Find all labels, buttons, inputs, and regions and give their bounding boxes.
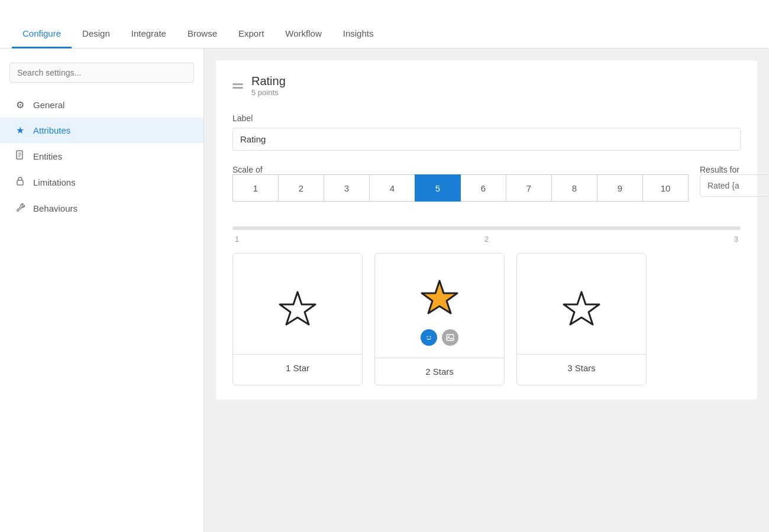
star-card-2-label: 2 Stars	[375, 358, 504, 385]
svg-marker-12	[564, 292, 599, 325]
star-card-3-label: 3 Stars	[517, 354, 646, 381]
star-cards: 1 Star	[232, 253, 741, 385]
star-card-2: 2 Stars	[374, 253, 505, 385]
star-outline-1	[276, 288, 319, 331]
star-icon-sidebar: ★	[14, 125, 26, 136]
scale-btn-6[interactable]: 6	[460, 174, 506, 202]
svg-rect-4	[17, 180, 23, 185]
scale-left: Scale of 1 2 3 4 5 6 7 8 9 10	[232, 165, 688, 216]
rating-subtitle: 5 points	[251, 88, 286, 97]
sidebar-item-attributes[interactable]: ★ Attributes	[0, 118, 203, 143]
results-for-label: Results for	[700, 165, 769, 174]
wrench-icon	[14, 202, 26, 214]
svg-rect-10	[447, 335, 454, 340]
label-input[interactable]	[232, 128, 741, 151]
slider-label-3: 3	[734, 235, 738, 244]
slider-labels: 1 2 3	[232, 235, 741, 244]
star-card-2-icon-area	[375, 254, 504, 358]
slider-section: 1 2 3	[232, 216, 741, 244]
image-icon[interactable]	[442, 329, 458, 346]
top-nav: Configure Design Integrate Browse Export…	[0, 0, 769, 48]
star-outline-3	[560, 288, 603, 331]
scale-btn-10[interactable]: 10	[642, 174, 689, 202]
rating-info: Rating 5 points	[251, 74, 286, 97]
search-input[interactable]	[9, 63, 194, 83]
drag-handle[interactable]	[232, 83, 243, 89]
nav-browse[interactable]: Browse	[177, 20, 228, 48]
sidebar-item-behaviours[interactable]: Behaviours	[0, 195, 203, 221]
scale-section: Scale of 1 2 3 4 5 6 7 8 9 10	[232, 165, 741, 216]
sidebar-label-entities: Entities	[33, 151, 62, 161]
scale-btn-7[interactable]: 7	[506, 174, 552, 202]
results-input[interactable]: Rated {a	[700, 174, 769, 197]
nav-export[interactable]: Export	[228, 20, 274, 48]
drag-line-2	[232, 87, 243, 89]
sidebar-label-limitations: Limitations	[33, 177, 76, 187]
scale-label: Scale of	[232, 165, 688, 174]
sidebar-label-general: General	[33, 100, 64, 110]
svg-marker-6	[422, 281, 457, 313]
star-card-3: 3 Stars	[516, 253, 647, 385]
scale-btn-4[interactable]: 4	[369, 174, 415, 202]
sidebar-label-behaviours: Behaviours	[33, 203, 77, 213]
nav-insights[interactable]: Insights	[332, 20, 384, 48]
label-field-label: Label	[232, 113, 741, 123]
rating-header: Rating 5 points	[232, 74, 741, 97]
settings-panel: Rating 5 points Label Scale of 1 2 3 4 5	[216, 60, 757, 400]
main-layout: ⚙ General ★ Attributes Entities	[0, 48, 769, 532]
nav-workflow[interactable]: Workflow	[274, 20, 332, 48]
rating-title: Rating	[251, 74, 286, 88]
search-box	[9, 63, 194, 83]
nav-integrate[interactable]: Integrate	[121, 20, 177, 48]
scale-btn-3[interactable]: 3	[324, 174, 370, 202]
svg-marker-5	[280, 292, 315, 325]
star-card-3-icon-area	[517, 254, 646, 354]
scale-btn-9[interactable]: 9	[597, 174, 643, 202]
scale-btn-2[interactable]: 2	[278, 174, 324, 202]
scale-btn-5[interactable]: 5	[415, 174, 461, 202]
content-area: Rating 5 points Label Scale of 1 2 3 4 5	[204, 48, 769, 532]
svg-point-8	[427, 336, 428, 338]
nav-design[interactable]: Design	[72, 20, 121, 48]
slider-label-2: 2	[484, 235, 489, 244]
emoji-icon[interactable]	[421, 329, 437, 346]
star-card-1-label: 1 Star	[233, 354, 362, 381]
scale-btn-8[interactable]: 8	[551, 174, 597, 202]
star-card-2-actions	[421, 329, 458, 346]
lock-icon	[14, 176, 26, 188]
sidebar-item-entities[interactable]: Entities	[0, 143, 203, 169]
scale-buttons: 1 2 3 4 5 6 7 8 9 10	[232, 174, 688, 202]
scale-btn-1[interactable]: 1	[232, 174, 279, 202]
nav-configure[interactable]: Configure	[12, 20, 72, 48]
star-card-1: 1 Star	[232, 253, 363, 385]
sidebar-item-general[interactable]: ⚙ General	[0, 92, 203, 118]
gear-icon: ⚙	[14, 99, 26, 111]
svg-point-7	[425, 333, 433, 342]
sidebar-item-limitations[interactable]: Limitations	[0, 169, 203, 195]
drag-line-1	[232, 83, 243, 85]
sidebar: ⚙ General ★ Attributes Entities	[0, 48, 204, 532]
document-icon	[14, 150, 26, 162]
slider-label-1: 1	[235, 235, 239, 244]
star-card-1-icon-area	[233, 254, 362, 354]
slider-track[interactable]	[232, 226, 741, 230]
scale-right: Results for Rated {a	[700, 165, 769, 197]
sidebar-label-attributes: Attributes	[33, 125, 70, 135]
star-filled-2	[418, 277, 461, 320]
svg-point-9	[430, 336, 431, 338]
